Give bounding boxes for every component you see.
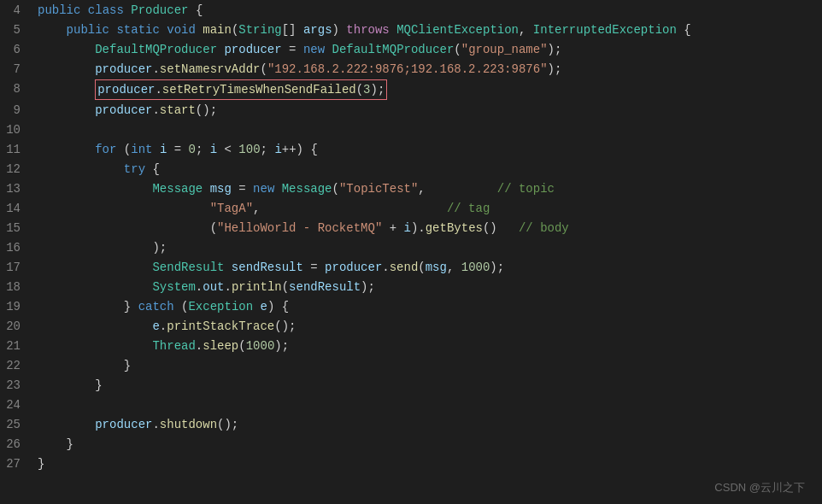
table-row: 15 ("HelloWorld - RocketMQ" + i).getByte… [0,218,822,237]
table-row: 16 ); [0,237,822,257]
table-row: 17 SendResult sendResult = producer.send… [0,257,822,277]
line-content: } [34,434,822,454]
line-content: } [34,355,822,375]
line-number: 15 [0,218,34,237]
line-number: 10 [0,120,34,139]
line-content: } [34,375,822,395]
line-content: System.out.println(sendResult); [34,277,822,296]
line-content: e.printStackTrace(); [34,316,822,336]
table-row: 10 [0,120,822,139]
line-number: 18 [0,277,34,296]
line-content: "TagA", // tag [34,198,822,218]
table-row: 5 public static void main(String[] args)… [0,20,822,39]
line-number: 8 [0,79,34,100]
table-row: 13 Message msg = new Message("TopicTest"… [0,179,822,198]
line-content: producer.setNamesrvAddr("192.168.2.222:9… [34,59,822,79]
line-content: } [34,454,822,473]
line-content: SendResult sendResult = producer.send(ms… [34,257,822,277]
line-number: 6 [0,39,34,59]
highlight-box: producer.setRetryTimesWhenSendFailed(3); [95,79,387,100]
table-row: 20 e.printStackTrace(); [0,316,822,336]
table-row: 9 producer.start(); [0,100,822,120]
line-content: DefaultMQProducer producer = new Default… [34,39,822,59]
line-number: 19 [0,296,34,316]
line-number: 20 [0,316,34,336]
line-content: public class Producer { [34,0,822,20]
table-row: 23 } [0,375,822,395]
line-content: Thread.sleep(1000); [34,336,822,355]
line-content: ("HelloWorld - RocketMQ" + i).getBytes()… [34,218,822,237]
table-row: 27 } [0,454,822,473]
code-table: 4 public class Producer { 5 public stati… [0,0,822,473]
table-row: 7 producer.setNamesrvAddr("192.168.2.222… [0,59,822,79]
table-row: 19 } catch (Exception e) { [0,296,822,316]
table-row: 6 DefaultMQProducer producer = new Defau… [0,39,822,59]
line-content: } catch (Exception e) { [34,296,822,316]
line-number: 14 [0,198,34,218]
table-row: 21 Thread.sleep(1000); [0,336,822,355]
table-row: 12 try { [0,159,822,179]
line-content: ); [34,237,822,257]
line-content: public static void main(String[] args) t… [34,20,822,39]
line-number: 25 [0,414,34,434]
table-row: 11 for (int i = 0; i < 100; i++) { [0,139,822,159]
line-content: producer.start(); [34,100,822,120]
line-number: 21 [0,336,34,355]
table-row: 8 producer.setRetryTimesWhenSendFailed(3… [0,79,822,100]
line-number: 11 [0,139,34,159]
table-row: 14 "TagA", // tag [0,198,822,218]
line-number: 17 [0,257,34,277]
table-row: 18 System.out.println(sendResult); [0,277,822,296]
watermark: CSDN @云川之下 [714,480,805,495]
table-row: 24 [0,395,822,414]
table-row: 22 } [0,355,822,375]
line-content: try { [34,159,822,179]
line-number: 9 [0,100,34,120]
line-number: 27 [0,454,34,473]
code-editor: 4 public class Producer { 5 public stati… [0,0,822,504]
line-content: producer.shutdown(); [34,414,822,434]
line-number: 24 [0,395,34,414]
line-number: 23 [0,375,34,395]
line-content: for (int i = 0; i < 100; i++) { [34,139,822,159]
line-number: 13 [0,179,34,198]
line-content: producer.setRetryTimesWhenSendFailed(3); [34,79,822,100]
line-content [34,395,822,414]
line-number: 5 [0,20,34,39]
line-number: 26 [0,434,34,454]
table-row: 25 producer.shutdown(); [0,414,822,434]
table-row: 4 public class Producer { [0,0,822,20]
line-content [34,120,822,139]
line-number: 12 [0,159,34,179]
table-row: 26 } [0,434,822,454]
line-number: 16 [0,237,34,257]
line-number: 4 [0,0,34,20]
line-content: Message msg = new Message("TopicTest", /… [34,179,822,198]
line-number: 22 [0,355,34,375]
line-number: 7 [0,59,34,79]
